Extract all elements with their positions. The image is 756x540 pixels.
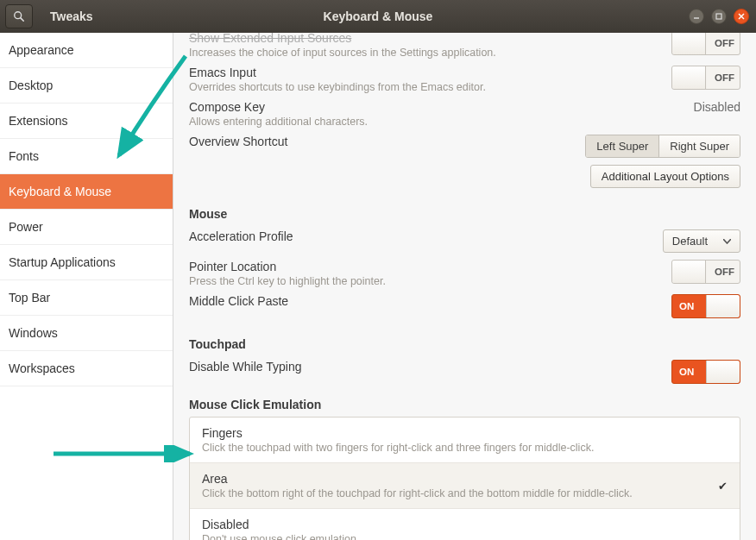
row-extended-input-sources: Show Extended Input Sources Increases th…: [189, 33, 740, 62]
row-compose-key: Compose Key Allows entering additional c…: [189, 97, 740, 131]
sidebar-item-extensions[interactable]: Extensions: [0, 104, 173, 139]
search-icon: [13, 10, 25, 22]
sidebar-item-fonts[interactable]: Fonts: [0, 139, 173, 174]
row-middle-click-paste: Middle Click Paste ON: [189, 291, 740, 322]
page-title: Keyboard & Mouse: [324, 9, 433, 23]
option-title: Disabled: [202, 518, 359, 531]
section-touchpad: Touchpad: [189, 337, 740, 351]
emulation-option-area[interactable]: Area Click the bottom right of the touch…: [190, 463, 740, 509]
search-button[interactable]: [5, 4, 33, 28]
sidebar-item-workspaces[interactable]: Workspaces: [0, 351, 173, 386]
maximize-icon: [715, 13, 722, 20]
svg-rect-3: [716, 14, 721, 19]
switch-pointer-location[interactable]: OFF: [671, 260, 740, 284]
setting-title: Middle Click Paste: [189, 294, 288, 308]
switch-state: OFF: [715, 72, 734, 83]
row-overview-shortcut: Overview Shortcut Left Super Right Super…: [189, 131, 740, 192]
setting-desc: Overrides shortcuts to use keybindings f…: [189, 81, 486, 93]
setting-title: Show Extended Input Sources: [189, 33, 496, 45]
window-buttons: [689, 9, 749, 24]
row-disable-while-typing: Disable While Typing ON: [189, 356, 740, 387]
close-button[interactable]: [734, 9, 749, 24]
switch-emacs-input[interactable]: OFF: [671, 66, 740, 90]
svg-line-1: [21, 18, 23, 21]
setting-desc: Allows entering additional characters.: [189, 116, 368, 128]
app-name: Tweaks: [50, 9, 93, 23]
section-mouse-click-emulation: Mouse Click Emulation: [189, 398, 740, 411]
chevron-down-icon: [723, 239, 731, 244]
checkmark-icon: [718, 479, 728, 493]
additional-layout-options-button[interactable]: Additional Layout Options: [590, 165, 740, 188]
sidebar-item-desktop[interactable]: Desktop: [0, 68, 173, 104]
option-desc: Click the bottom right of the touchpad f…: [202, 487, 633, 499]
sidebar-item-startup-applications[interactable]: Startup Applications: [0, 245, 173, 280]
row-emacs-input: Emacs Input Overrides shortcuts to use k…: [189, 62, 740, 97]
setting-title: Emacs Input: [189, 66, 486, 79]
compose-key-value[interactable]: Disabled: [694, 100, 740, 114]
maximize-button[interactable]: [711, 9, 727, 24]
switch-knob: [706, 361, 740, 383]
setting-title: Disable While Typing: [189, 360, 301, 374]
setting-title: Compose Key: [189, 100, 368, 114]
titlebar: Tweaks Keyboard & Mouse: [0, 0, 756, 33]
setting-desc: Press the Ctrl key to highlight the poin…: [189, 275, 386, 287]
sidebar: Appearance Desktop Extensions Fonts Keyb…: [0, 33, 173, 540]
setting-title: Pointer Location: [189, 260, 386, 273]
close-icon: [738, 13, 745, 20]
switch-state: ON: [679, 367, 694, 377]
row-pointer-location: Pointer Location Press the Ctrl key to h…: [189, 256, 740, 291]
overview-right-super[interactable]: Right Super: [659, 135, 740, 157]
acceleration-profile-dropdown[interactable]: Default: [663, 229, 740, 253]
row-acceleration-profile: Acceleration Profile Default: [189, 226, 740, 256]
switch-disable-while-typing[interactable]: ON: [671, 360, 740, 384]
minimize-icon: [693, 13, 700, 20]
switch-state: OFF: [715, 267, 734, 277]
sidebar-item-power[interactable]: Power: [0, 210, 173, 245]
sidebar-item-appearance[interactable]: Appearance: [0, 33, 173, 68]
switch-knob: [706, 295, 740, 317]
option-desc: Don't use mouse click emulation.: [202, 533, 359, 540]
switch-extended-input-sources[interactable]: OFF: [671, 33, 740, 55]
dropdown-value: Default: [672, 235, 708, 248]
content-panel: Show Extended Input Sources Increases th…: [173, 33, 756, 540]
overview-left-super[interactable]: Left Super: [586, 135, 659, 157]
switch-state: OFF: [715, 38, 734, 48]
switch-knob: [672, 33, 706, 54]
setting-title: Overview Shortcut: [189, 135, 287, 148]
sidebar-item-keyboard-mouse[interactable]: Keyboard & Mouse: [0, 174, 173, 210]
option-desc: Click the touchpad with two fingers for …: [202, 442, 594, 454]
option-title: Area: [202, 472, 633, 486]
emulation-option-fingers[interactable]: Fingers Click the touchpad with two fing…: [190, 418, 740, 463]
setting-title: Acceleration Profile: [189, 229, 293, 243]
setting-desc: Increases the choice of input sources in…: [189, 47, 496, 59]
overview-shortcut-segmented: Left Super Right Super: [585, 135, 740, 158]
emulation-option-disabled[interactable]: Disabled Don't use mouse click emulation…: [190, 509, 740, 540]
option-title: Fingers: [202, 426, 594, 440]
switch-knob: [672, 261, 706, 283]
switch-middle-click-paste[interactable]: ON: [671, 294, 740, 318]
section-mouse: Mouse: [189, 207, 740, 221]
sidebar-item-windows[interactable]: Windows: [0, 316, 173, 351]
switch-state: ON: [679, 301, 694, 311]
click-emulation-list: Fingers Click the touchpad with two fing…: [189, 417, 740, 540]
minimize-button[interactable]: [689, 9, 704, 24]
switch-knob: [672, 66, 706, 89]
sidebar-item-top-bar[interactable]: Top Bar: [0, 280, 173, 316]
